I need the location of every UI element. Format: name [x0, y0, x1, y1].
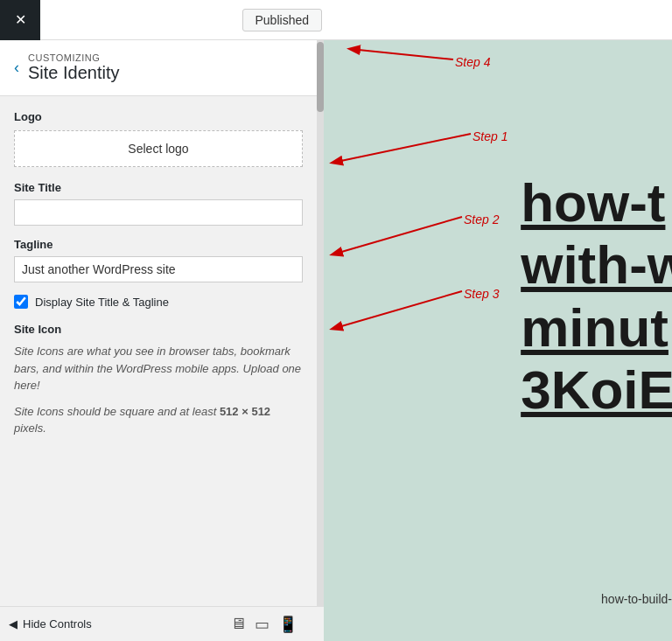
preview-line-3: minut	[521, 296, 672, 359]
publish-button[interactable]: Published	[242, 9, 323, 31]
site-title-input[interactable]	[14, 199, 303, 226]
display-checkbox[interactable]	[14, 295, 28, 309]
select-logo-button[interactable]: Select logo	[128, 142, 188, 156]
sidebar-scroll-thumb[interactable]	[317, 42, 324, 112]
logo-upload-area[interactable]: Select logo	[14, 130, 303, 167]
site-icon-description: Site Icons are what you see in browser t…	[14, 343, 303, 394]
tablet-icon[interactable]: ▭	[255, 615, 270, 634]
svg-text:Step 4: Step 4	[455, 55, 491, 69]
tagline-input[interactable]	[14, 256, 303, 282]
preview-line-1: how-t	[521, 171, 672, 233]
preview-area: Step 4 Step 1 Step 2 Step 3 how-t with-w…	[324, 40, 672, 641]
site-icon-note-post: pixels.	[14, 422, 46, 435]
top-bar: ✕ Published	[0, 0, 672, 40]
customizing-label: Customizing	[28, 52, 120, 63]
svg-text:Step 1: Step 1	[472, 129, 508, 143]
svg-line-1	[350, 49, 453, 59]
site-title-group: Site Title	[14, 181, 303, 226]
sidebar: ‹ Customizing Site Identity Logo Select …	[0, 40, 324, 641]
sidebar-header: ‹ Customizing Site Identity	[0, 40, 324, 96]
back-button[interactable]: ‹	[14, 59, 28, 77]
preview-url-text: how-to-build-	[601, 592, 672, 606]
desktop-icon[interactable]: 🖥	[230, 615, 246, 634]
svg-text:Step 3: Step 3	[464, 287, 500, 301]
site-icon-note-pre: Site Icons should be square and at least	[14, 405, 220, 418]
svg-text:Step 2: Step 2	[464, 213, 500, 226]
section-title: Site Identity	[28, 63, 120, 83]
close-icon: ✕	[15, 11, 26, 28]
display-checkbox-label[interactable]: Display Site Title & Tagline	[35, 296, 169, 309]
hide-controls-button[interactable]: ◀ Hide Controls	[9, 617, 92, 631]
svg-line-7	[332, 291, 462, 329]
header-text: Customizing Site Identity	[28, 52, 120, 83]
close-button[interactable]: ✕	[0, 0, 40, 40]
site-icon-note-size: 512 × 512	[220, 405, 270, 418]
logo-section-label: Logo	[14, 110, 303, 123]
device-icons: 🖥 ▭ 📱	[230, 615, 298, 634]
preview-large-text: how-t with-w minut 3KoiE	[521, 171, 672, 421]
site-icon-title: Site Icon	[14, 323, 303, 336]
site-title-label: Site Title	[14, 181, 303, 194]
sidebar-bottom-bar: ◀ Hide Controls 🖥 ▭ 📱	[0, 606, 324, 641]
preview-line-4: 3KoiE	[521, 359, 672, 421]
hide-controls-label: Hide Controls	[23, 617, 92, 631]
main-layout: ‹ Customizing Site Identity Logo Select …	[0, 40, 672, 641]
tagline-label: Tagline	[14, 238, 303, 251]
site-icon-note: Site Icons should be square and at least…	[14, 403, 303, 437]
sidebar-scrollbar[interactable]	[317, 40, 324, 606]
hide-controls-icon: ◀	[9, 617, 18, 631]
site-icon-section: Site Icon Site Icons are what you see in…	[14, 323, 303, 437]
mobile-icon[interactable]: 📱	[278, 615, 298, 634]
svg-line-5	[332, 217, 462, 254]
svg-line-3	[332, 134, 471, 163]
sidebar-content: Logo Select logo Site Title Tagline Disp…	[0, 96, 324, 606]
preview-line-2: with-w	[521, 233, 672, 296]
tagline-group: Tagline	[14, 238, 303, 282]
display-checkbox-row: Display Site Title & Tagline	[14, 295, 303, 309]
